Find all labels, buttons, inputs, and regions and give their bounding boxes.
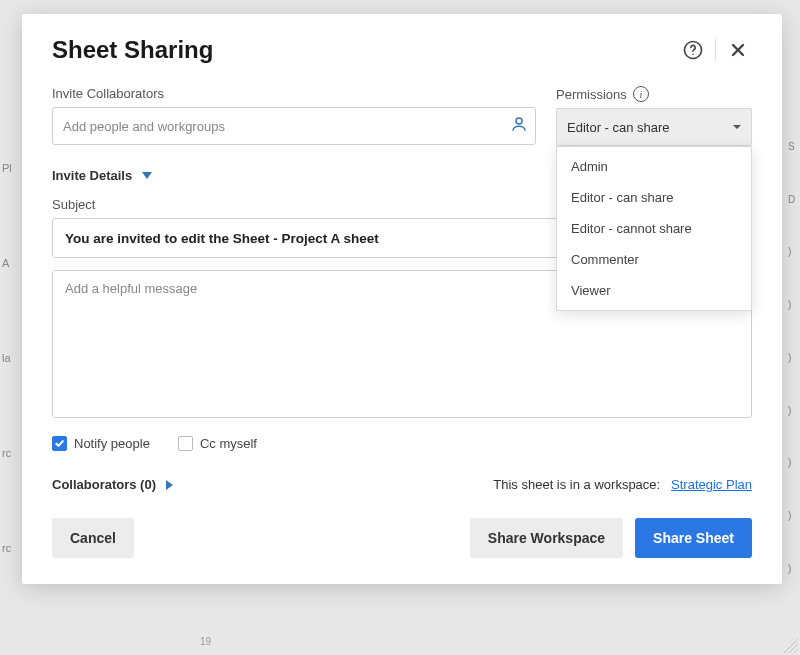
collaborators-toggle[interactable]: Collaborators (0) <box>52 477 173 492</box>
permissions-dropdown: Admin Editor - can share Editor - cannot… <box>556 146 752 311</box>
invite-input[interactable] <box>52 107 536 145</box>
notify-label: Notify people <box>74 436 150 451</box>
invite-details-label: Invite Details <box>52 168 132 183</box>
permission-option-admin[interactable]: Admin <box>557 151 751 182</box>
svg-point-1 <box>692 54 694 56</box>
cc-label: Cc myself <box>200 436 257 451</box>
info-icon[interactable]: i <box>633 86 649 102</box>
help-icon[interactable] <box>679 36 707 64</box>
triangle-down-icon <box>142 172 152 179</box>
share-workspace-button[interactable]: Share Workspace <box>470 518 623 558</box>
workspace-link[interactable]: Strategic Plan <box>671 477 752 492</box>
person-icon[interactable] <box>510 115 528 137</box>
close-icon[interactable] <box>724 36 752 64</box>
triangle-right-icon <box>166 480 173 490</box>
permission-option-editor-share[interactable]: Editor - can share <box>557 182 751 213</box>
sheet-sharing-modal: Sheet Sharing Invite Collaborators <box>22 14 782 584</box>
permission-option-editor-noshare[interactable]: Editor - cannot share <box>557 213 751 244</box>
workspace-note: This sheet is in a workspace: Strategic … <box>493 477 752 492</box>
modal-title: Sheet Sharing <box>52 36 213 64</box>
chevron-down-icon <box>733 125 741 129</box>
resize-handle-icon[interactable] <box>784 639 798 653</box>
permission-option-commenter[interactable]: Commenter <box>557 244 751 275</box>
cancel-button[interactable]: Cancel <box>52 518 134 558</box>
collaborators-label: Collaborators (0) <box>52 477 156 492</box>
permission-option-viewer[interactable]: Viewer <box>557 275 751 306</box>
permissions-selected: Editor - can share <box>567 120 670 135</box>
svg-point-2 <box>516 118 522 124</box>
notify-checkbox[interactable]: Notify people <box>52 436 150 451</box>
invite-label: Invite Collaborators <box>52 86 536 101</box>
cc-checkbox[interactable]: Cc myself <box>178 436 257 451</box>
permissions-select[interactable]: Editor - can share <box>556 108 752 146</box>
permissions-label: Permissions i <box>556 86 752 102</box>
share-sheet-button[interactable]: Share Sheet <box>635 518 752 558</box>
